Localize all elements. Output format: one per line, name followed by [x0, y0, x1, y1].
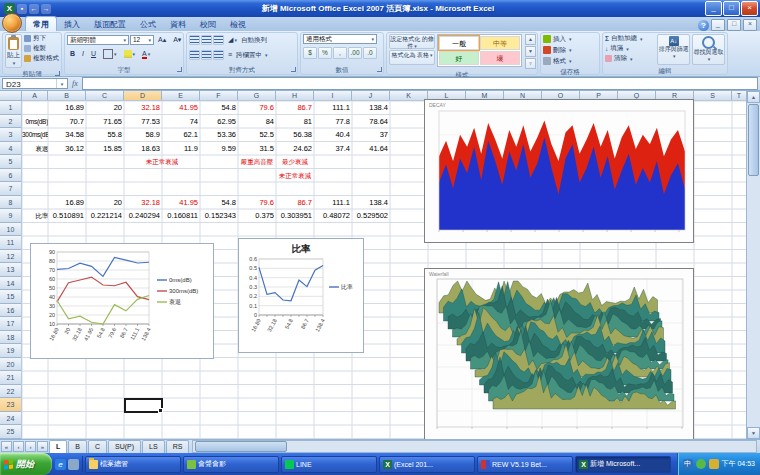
fill-color-button[interactable]: ▾ [121, 48, 139, 60]
cell-F8[interactable]: 54.8 [200, 196, 238, 210]
number-format-select[interactable]: 通用格式▾ [303, 34, 377, 44]
wrap-text-button[interactable]: 自動換列 [241, 36, 267, 45]
chart-ratio[interactable]: 比率00.10.20.30.40.50.616.8932.1854.886.71… [238, 238, 364, 353]
prev-sheet-button[interactable]: ‹ [13, 441, 24, 452]
number-format-icon[interactable]: .00 [348, 47, 362, 59]
row-header-16[interactable]: 16 [0, 304, 22, 318]
sheet-tab-C[interactable]: C [88, 440, 107, 453]
ime-language-icon[interactable]: 中 [683, 459, 693, 469]
row-header-1[interactable]: 1 [0, 101, 22, 115]
row-header-15[interactable]: 15 [0, 290, 22, 304]
cell-I2[interactable]: 77.8 [314, 115, 352, 129]
sheet-tab-RS[interactable]: RS [166, 440, 190, 453]
cell-H6[interactable]: 未正常衰減 [276, 169, 314, 183]
cell-H3[interactable]: 56.38 [276, 128, 314, 142]
row-header-18[interactable]: 18 [0, 331, 22, 345]
autosum-button[interactable]: Σ自動加總▾ [605, 34, 655, 43]
row-header-9[interactable]: 9 [0, 209, 22, 223]
font-size-select[interactable]: 12▾ [130, 35, 154, 45]
selected-cell-D23[interactable] [124, 398, 163, 413]
insert-cells-button[interactable]: 插入▾ [543, 34, 572, 44]
grow-font-button[interactable]: A▴ [155, 34, 169, 46]
column-header-F[interactable]: F [200, 91, 238, 101]
column-header-K[interactable]: K [390, 91, 428, 101]
align-top-icon[interactable] [189, 35, 200, 45]
save-icon[interactable]: ▪ [17, 4, 27, 14]
name-box-dropdown-icon[interactable]: ▾ [56, 79, 67, 88]
cell-D3[interactable]: 58.9 [124, 128, 162, 142]
align-left-icon[interactable] [189, 50, 200, 60]
clear-button[interactable]: 清除▾ [605, 54, 655, 63]
row-header-17[interactable]: 17 [0, 317, 22, 331]
column-header-J[interactable]: J [352, 91, 390, 101]
column-header-T[interactable]: T [732, 91, 747, 101]
number-dialog-launcher-icon[interactable] [377, 67, 382, 72]
cell-H5[interactable]: 最少衰減 [276, 155, 314, 169]
align-center-icon[interactable] [201, 50, 212, 60]
cell-F9[interactable]: 0.152343 [200, 209, 238, 223]
cell-style-一般[interactable]: 一般 [439, 36, 479, 50]
align-middle-icon[interactable] [201, 35, 212, 45]
cell-A2[interactable]: 0ms(dB) [22, 115, 48, 129]
cell-G4[interactable]: 31.5 [238, 142, 276, 156]
show-desktop-icon[interactable] [68, 459, 79, 470]
cell-I3[interactable]: 40.4 [314, 128, 352, 142]
cell-I8[interactable]: 111.1 [314, 196, 352, 210]
maximize-button[interactable]: □ [723, 1, 740, 16]
format-as-table-button[interactable]: 格式化為 表格▾ [389, 50, 435, 65]
cell-H4[interactable]: 24.62 [276, 142, 314, 156]
cell-H9[interactable]: 0.303951 [276, 209, 314, 223]
cell-C1[interactable]: 20 [86, 101, 124, 115]
row-header-4[interactable]: 4 [0, 142, 22, 156]
cell-J1[interactable]: 138.4 [352, 101, 390, 115]
column-header-H[interactable]: H [276, 91, 314, 101]
ribbon-tab-校閱[interactable]: 校閱 [193, 17, 223, 31]
cell-D1[interactable]: 32.18 [124, 101, 162, 115]
horizontal-scrollbar[interactable] [192, 440, 757, 453]
delete-cells-button[interactable]: 刪除▾ [543, 45, 572, 55]
cell-I9[interactable]: 0.48072 [314, 209, 352, 223]
cell-D4[interactable]: 18.63 [124, 142, 162, 156]
underline-button[interactable]: U [88, 48, 99, 60]
cell-G5[interactable]: 嚴重高音壓 [238, 155, 276, 169]
find-select-button[interactable]: 尋找與選取▾ [692, 34, 725, 65]
cell-D8[interactable]: 32.18 [124, 196, 162, 210]
align-right-icon[interactable] [213, 50, 224, 60]
office-button[interactable] [2, 13, 22, 33]
cell-J8[interactable]: 138.4 [352, 196, 390, 210]
insert-function-button[interactable]: fx [68, 79, 82, 88]
close-button[interactable]: × [741, 1, 758, 16]
paste-button[interactable]: 貼上 ▾ [5, 34, 22, 68]
internet-explorer-icon[interactable]: e [55, 459, 66, 470]
next-sheet-button[interactable]: › [25, 441, 36, 452]
conditional-formatting-button[interactable]: 設定格式化 的條件▾ [389, 34, 435, 49]
sheet-tab-B[interactable]: B [68, 440, 87, 453]
workbook-restore-button[interactable]: □ [727, 19, 741, 31]
cell-G8[interactable]: 79.6 [238, 196, 276, 210]
cell-J9[interactable]: 0.529502 [352, 209, 390, 223]
column-header-I[interactable]: I [314, 91, 352, 101]
indent-button[interactable]: ≡ [225, 49, 235, 61]
cell-style-好[interactable]: 好 [439, 51, 479, 65]
column-header-D[interactable]: D [124, 91, 162, 101]
row-header-2[interactable]: 2 [0, 115, 22, 129]
row-header-21[interactable]: 21 [0, 371, 22, 385]
cell-H8[interactable]: 86.7 [276, 196, 314, 210]
ribbon-tab-資料[interactable]: 資料 [163, 17, 193, 31]
cell-I4[interactable]: 37.4 [314, 142, 352, 156]
row-header-20[interactable]: 20 [0, 358, 22, 372]
cell-C4[interactable]: 15.85 [86, 142, 124, 156]
row-header-24[interactable]: 24 [0, 412, 22, 426]
workbook-minimize-button[interactable]: _ [711, 19, 725, 31]
first-sheet-button[interactable]: « [1, 441, 12, 452]
taskbar-button[interactable]: 檔案總管 [85, 456, 181, 473]
ribbon-tab-檢視[interactable]: 檢視 [223, 17, 253, 31]
scroll-down-icon[interactable]: ▼ [747, 427, 760, 439]
redo-icon[interactable]: → [41, 4, 51, 14]
row-header-14[interactable]: 14 [0, 277, 22, 291]
cell-F3[interactable]: 53.36 [200, 128, 238, 142]
row-header-23[interactable]: 23 [0, 398, 22, 412]
row-header-25[interactable]: 25 [0, 425, 22, 439]
sheet-tab-L[interactable]: L [49, 440, 67, 453]
undo-icon[interactable]: ← [29, 4, 39, 14]
